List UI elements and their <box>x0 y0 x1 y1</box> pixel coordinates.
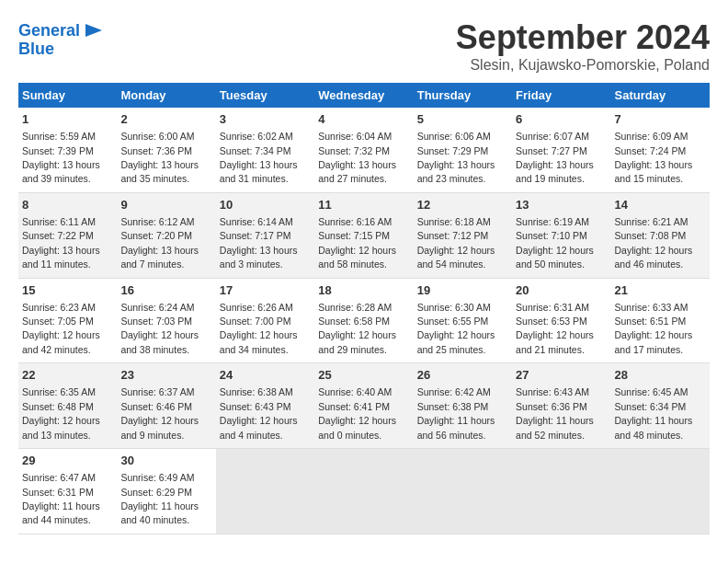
calendar-table: Sunday Monday Tuesday Wednesday Thursday… <box>18 83 710 534</box>
day-info: Sunrise: 6:04 AMSunset: 7:32 PMDaylight:… <box>318 131 396 184</box>
day-number: 10 <box>220 197 311 213</box>
day-number: 29 <box>22 453 113 469</box>
table-row: 26Sunrise: 6:42 AMSunset: 6:38 PMDayligh… <box>414 363 512 449</box>
day-number: 8 <box>22 197 113 213</box>
table-row: 12Sunrise: 6:18 AMSunset: 7:12 PMDayligh… <box>414 192 512 278</box>
day-number: 20 <box>516 282 607 299</box>
calendar-week-row: 22Sunrise: 6:35 AMSunset: 6:48 PMDayligh… <box>18 363 710 449</box>
table-row: 10Sunrise: 6:14 AMSunset: 7:17 PMDayligh… <box>216 192 314 278</box>
day-info: Sunrise: 6:38 AMSunset: 6:43 PMDaylight:… <box>220 386 298 440</box>
day-info: Sunrise: 6:09 AMSunset: 7:24 PMDaylight:… <box>615 131 693 184</box>
table-row: 30Sunrise: 6:49 AMSunset: 6:29 PMDayligh… <box>117 449 215 534</box>
table-row: 17Sunrise: 6:26 AMSunset: 7:00 PMDayligh… <box>216 278 314 363</box>
table-row: 14Sunrise: 6:21 AMSunset: 7:08 PMDayligh… <box>611 192 710 278</box>
day-info: Sunrise: 6:45 AMSunset: 6:34 PMDaylight:… <box>615 386 693 440</box>
day-info: Sunrise: 6:33 AMSunset: 6:51 PMDaylight:… <box>615 302 693 355</box>
table-row: 8Sunrise: 6:11 AMSunset: 7:22 PMDaylight… <box>18 192 117 278</box>
day-info: Sunrise: 6:24 AMSunset: 7:03 PMDaylight:… <box>120 302 199 355</box>
day-info: Sunrise: 6:18 AMSunset: 7:12 PMDaylight:… <box>417 216 495 270</box>
day-number: 5 <box>417 111 508 128</box>
table-row: 3Sunrise: 6:02 AMSunset: 7:34 PMDaylight… <box>216 108 314 192</box>
table-row: 1Sunrise: 5:59 AMSunset: 7:39 PMDaylight… <box>18 108 117 192</box>
day-info: Sunrise: 6:07 AMSunset: 7:27 PMDaylight:… <box>516 131 594 184</box>
day-number: 9 <box>120 197 211 213</box>
day-number: 13 <box>516 197 607 213</box>
calendar-week-row: 1Sunrise: 5:59 AMSunset: 7:39 PMDaylight… <box>18 108 710 192</box>
table-row <box>216 449 314 534</box>
table-row: 24Sunrise: 6:38 AMSunset: 6:43 PMDayligh… <box>216 363 314 449</box>
day-number: 16 <box>120 282 211 299</box>
day-number: 18 <box>318 282 409 299</box>
calendar-week-row: 15Sunrise: 6:23 AMSunset: 7:05 PMDayligh… <box>18 278 710 363</box>
table-row <box>314 449 413 534</box>
day-number: 19 <box>417 282 508 299</box>
day-info: Sunrise: 6:11 AMSunset: 7:22 PMDaylight:… <box>22 216 100 270</box>
day-info: Sunrise: 6:28 AMSunset: 6:58 PMDaylight:… <box>318 302 396 355</box>
day-number: 23 <box>120 367 211 384</box>
day-info: Sunrise: 6:02 AMSunset: 7:34 PMDaylight:… <box>220 131 298 184</box>
day-number: 11 <box>318 197 409 213</box>
day-info: Sunrise: 6:00 AMSunset: 7:36 PMDaylight:… <box>120 131 199 184</box>
day-number: 3 <box>220 111 311 128</box>
table-row: 23Sunrise: 6:37 AMSunset: 6:46 PMDayligh… <box>117 363 215 449</box>
day-number: 14 <box>615 197 706 213</box>
day-number: 12 <box>417 197 508 213</box>
day-number: 21 <box>615 282 706 299</box>
day-number: 26 <box>417 367 508 384</box>
logo-text: General <box>18 22 80 40</box>
table-row: 21Sunrise: 6:33 AMSunset: 6:51 PMDayligh… <box>611 278 710 363</box>
table-row <box>611 449 710 534</box>
day-number: 6 <box>516 111 607 128</box>
day-number: 4 <box>318 111 409 128</box>
col-wednesday: Wednesday <box>314 83 413 108</box>
col-monday: Monday <box>117 83 215 108</box>
table-row: 15Sunrise: 6:23 AMSunset: 7:05 PMDayligh… <box>18 278 117 363</box>
table-row: 4Sunrise: 6:04 AMSunset: 7:32 PMDaylight… <box>314 108 413 192</box>
day-info: Sunrise: 6:49 AMSunset: 6:29 PMDaylight:… <box>120 472 199 525</box>
day-info: Sunrise: 6:19 AMSunset: 7:10 PMDaylight:… <box>516 216 594 270</box>
day-number: 22 <box>22 367 113 384</box>
day-info: Sunrise: 5:59 AMSunset: 7:39 PMDaylight:… <box>22 131 100 184</box>
table-row: 22Sunrise: 6:35 AMSunset: 6:48 PMDayligh… <box>18 363 117 449</box>
day-info: Sunrise: 6:47 AMSunset: 6:31 PMDaylight:… <box>22 472 100 525</box>
calendar-week-row: 8Sunrise: 6:11 AMSunset: 7:22 PMDaylight… <box>18 192 710 278</box>
day-number: 15 <box>22 282 113 299</box>
day-number: 25 <box>318 367 409 384</box>
day-info: Sunrise: 6:06 AMSunset: 7:29 PMDaylight:… <box>417 131 495 184</box>
calendar-header-row: Sunday Monday Tuesday Wednesday Thursday… <box>18 83 710 108</box>
col-saturday: Saturday <box>611 83 710 108</box>
table-row: 6Sunrise: 6:07 AMSunset: 7:27 PMDaylight… <box>512 108 610 192</box>
location-subtitle: Slesin, Kujawsko-Pomorskie, Poland <box>456 57 710 74</box>
day-info: Sunrise: 6:40 AMSunset: 6:41 PMDaylight:… <box>318 386 396 440</box>
day-info: Sunrise: 6:42 AMSunset: 6:38 PMDaylight:… <box>417 386 495 440</box>
day-number: 1 <box>22 111 113 128</box>
day-number: 7 <box>615 111 706 128</box>
col-sunday: Sunday <box>18 83 117 108</box>
table-row: 19Sunrise: 6:30 AMSunset: 6:55 PMDayligh… <box>414 278 512 363</box>
col-tuesday: Tuesday <box>216 83 314 108</box>
day-number: 30 <box>120 453 211 469</box>
day-info: Sunrise: 6:21 AMSunset: 7:08 PMDaylight:… <box>615 216 693 270</box>
calendar-week-row: 29Sunrise: 6:47 AMSunset: 6:31 PMDayligh… <box>18 449 710 534</box>
table-row: 11Sunrise: 6:16 AMSunset: 7:15 PMDayligh… <box>314 192 413 278</box>
table-row: 18Sunrise: 6:28 AMSunset: 6:58 PMDayligh… <box>314 278 413 363</box>
logo-blue-text: Blue <box>18 40 54 59</box>
logo: General Blue <box>18 18 104 59</box>
table-row <box>512 449 610 534</box>
day-info: Sunrise: 6:31 AMSunset: 6:53 PMDaylight:… <box>516 302 594 355</box>
table-row <box>414 449 512 534</box>
day-number: 28 <box>615 367 706 384</box>
table-row: 2Sunrise: 6:00 AMSunset: 7:36 PMDaylight… <box>117 108 215 192</box>
svg-marker-0 <box>85 24 102 37</box>
day-info: Sunrise: 6:43 AMSunset: 6:36 PMDaylight:… <box>516 386 594 440</box>
col-friday: Friday <box>512 83 610 108</box>
table-row: 16Sunrise: 6:24 AMSunset: 7:03 PMDayligh… <box>117 278 215 363</box>
day-number: 17 <box>220 282 311 299</box>
page-header: General Blue September 2024 Slesin, Kuja… <box>18 18 710 74</box>
table-row: 9Sunrise: 6:12 AMSunset: 7:20 PMDaylight… <box>117 192 215 278</box>
table-row: 20Sunrise: 6:31 AMSunset: 6:53 PMDayligh… <box>512 278 610 363</box>
table-row: 29Sunrise: 6:47 AMSunset: 6:31 PMDayligh… <box>18 449 117 534</box>
day-info: Sunrise: 6:35 AMSunset: 6:48 PMDaylight:… <box>22 386 100 440</box>
col-thursday: Thursday <box>414 83 512 108</box>
day-info: Sunrise: 6:12 AMSunset: 7:20 PMDaylight:… <box>120 216 199 270</box>
